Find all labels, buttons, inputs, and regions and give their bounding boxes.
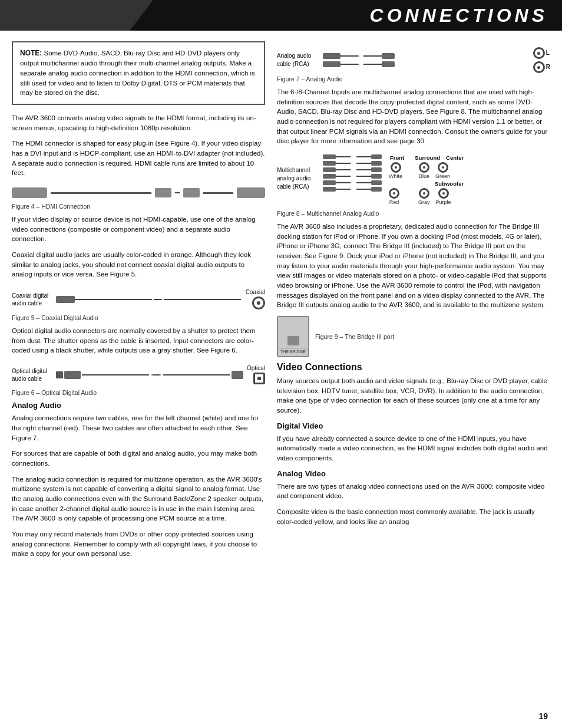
conn-red: Red: [389, 188, 399, 205]
hdmi-connector-right: [183, 188, 200, 197]
digital-video-heading: Digital Video: [277, 421, 550, 430]
opt-line2: [163, 374, 230, 375]
multi-line-4: [336, 176, 350, 177]
analog-letter-R: R: [546, 61, 550, 73]
multi-line-6: [336, 189, 350, 190]
analog-line2-top: [364, 55, 382, 57]
figure5-caption: Figure 5 – Coaxial Digital Audio: [12, 314, 265, 321]
bottom-connectors-row: Red Gray Purple: [389, 188, 464, 205]
opt-rect-connector: [64, 371, 81, 379]
figure9-caption: Figure 9 – The Bridge III port: [315, 333, 394, 340]
figure6-caption: Figure 6 – Optical Digital Audio: [12, 389, 265, 396]
multi-rect2-1: [371, 154, 382, 159]
figure8-caption: Figure 8 – Multichannel Analog Audio: [277, 210, 550, 217]
analog-cables: [323, 53, 526, 67]
multi-rect-3: [323, 167, 336, 172]
note-box: NOTE: Some DVD-Audio, SACD, Blu-ray Disc…: [12, 41, 265, 105]
left-para5: Optical digital audio connectors are nor…: [12, 326, 265, 355]
dot-green: [442, 166, 444, 169]
hdmi-cable-short: [203, 192, 233, 194]
multi-rect2-2: [371, 161, 382, 166]
analog-rect-left-top: [323, 53, 340, 59]
analog-para2: For sources that are capable of both dig…: [12, 449, 265, 468]
note-text: Some DVD-Audio, SACD, Blu-ray Disc and H…: [20, 50, 255, 96]
bridge-image: THE BRIDGE: [277, 316, 309, 357]
coax-line2: [164, 299, 241, 300]
multi-line-5: [336, 182, 350, 183]
multi-rect-1: [323, 154, 336, 159]
circle-red: [389, 188, 399, 199]
video-para1: Many sources output both audio and video…: [277, 376, 550, 416]
dot-white: [395, 166, 397, 169]
dot-red: [393, 192, 395, 195]
coax-circle-connector: [252, 297, 265, 309]
multi-line2-2: [357, 163, 371, 164]
multi-rect-4: [323, 174, 336, 179]
label-front: Front: [390, 154, 404, 161]
top-connector-labels: Front Surround Center: [390, 154, 464, 161]
coax-right-label: Coaxial: [246, 289, 265, 309]
figure5-container: Coaxial digital audio cable Coaxial Figu…: [12, 285, 265, 321]
left-para3: If your video display or source device i…: [12, 215, 265, 244]
hdmi-connector-mid: [155, 188, 171, 197]
multichannel-figure: Multichannel analog audio cable (RCA): [277, 152, 550, 207]
left-column: NOTE: Some DVD-Audio, SACD, Blu-ray Disc…: [12, 41, 265, 565]
label-purple: Purple: [436, 199, 451, 205]
optical-label: Optical digital audio cable: [12, 367, 56, 383]
analog-rect-right-top: [382, 53, 395, 59]
opt-right-label: Optical: [247, 365, 265, 384]
coaxial-label: Coaxial digital audio cable: [12, 292, 56, 307]
hdmi-cable: [51, 192, 151, 194]
analog-dot-R: [537, 66, 540, 69]
multi-rect2-4: [371, 174, 382, 179]
page-title: CONNECTIONS: [370, 5, 548, 27]
multichannel-cables: [323, 154, 382, 192]
analog-line-bot: [340, 64, 358, 65]
multi-rect-2: [323, 161, 336, 166]
coaxial-figure: Coaxial digital audio cable Coaxial: [12, 285, 265, 313]
coax-break: [153, 299, 163, 300]
label-surround: Surround: [415, 154, 440, 161]
coax-connector: [56, 296, 75, 303]
analog-break-bot: [358, 64, 364, 65]
video-connections-heading: Video Connections: [277, 362, 550, 373]
conn-white: White: [389, 162, 402, 179]
multi-row-5: [323, 180, 382, 185]
multi-line2-1: [357, 156, 371, 157]
analog-circles: L R: [533, 47, 550, 73]
coaxial-cable: [56, 296, 241, 303]
opt-end: [232, 371, 243, 379]
multi-line-3: [336, 169, 350, 170]
figure4-caption: Figure 4 – HDMI Connection: [12, 203, 265, 210]
analog-audio-figure: Analog audio cable (RCA): [277, 47, 550, 73]
multi-line2-3: [357, 169, 371, 170]
analog-circle-R-row: R: [533, 61, 550, 73]
subwoofer-label: Subwoofer: [389, 180, 464, 187]
label-red: Red: [389, 199, 399, 205]
analog-circle-L-row: L: [533, 47, 550, 59]
conn-green: Green: [435, 162, 450, 179]
analog-circle-R: [533, 61, 545, 73]
analog-cable-bottom: [323, 61, 526, 67]
main-content: NOTE: Some DVD-Audio, SACD, Blu-ray Disc…: [0, 31, 562, 571]
opt-inner: [257, 377, 261, 380]
circle-gray: [419, 188, 429, 199]
figure9-container: THE BRIDGE Figure 9 – The Bridge III por…: [277, 316, 550, 357]
conn-gray: Gray: [418, 188, 430, 205]
left-para4: Coaxial digital audio jacks are usually …: [12, 250, 265, 279]
hdmi-gap: [175, 192, 180, 193]
dot-blue: [423, 166, 425, 169]
figure8-container: Multichannel analog audio cable (RCA): [277, 152, 550, 217]
multi-rect-5: [323, 180, 336, 185]
opt-break: [151, 374, 161, 375]
opt-small-connector: [56, 371, 63, 378]
analog-dot-L: [537, 52, 540, 55]
optical-figure: Optical digital audio cable Optical: [12, 361, 265, 388]
multi-row-4: [323, 174, 382, 179]
analog-letter-L: L: [546, 47, 550, 59]
analog-para1: Analog connections require two cables, o…: [12, 413, 265, 443]
multi-rect2-6: [371, 187, 382, 192]
multi-rect-6: [323, 187, 336, 192]
analog-circle-L: [533, 47, 545, 59]
analog-audio-heading: Analog Audio: [12, 401, 265, 410]
